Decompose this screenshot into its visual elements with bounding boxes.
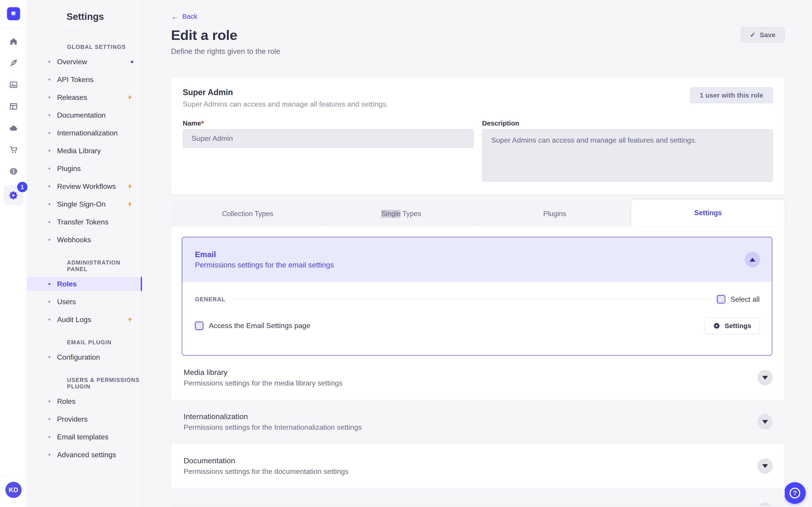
email-permissions-accordion: Email Permissions settings for the email…	[182, 237, 772, 355]
sidebar-item-overview[interactable]: Overview	[27, 55, 142, 69]
tab-single-types[interactable]: Single Types	[324, 202, 478, 226]
email-accordion-subtitle: Permissions settings for the email setti…	[195, 261, 334, 269]
role-title: Super Admin	[183, 87, 388, 98]
chevron-up-icon	[750, 258, 755, 262]
sidebar-item-advanced-settings[interactable]: Advanced settings	[27, 448, 142, 462]
expand-button[interactable]	[757, 503, 773, 505]
sidebar-item-media-library[interactable]: Media Library	[27, 144, 142, 158]
internationalization-permissions-row[interactable]: Internationalization Permissions setting…	[171, 400, 785, 444]
select-all-checkbox[interactable]: ✓	[717, 295, 725, 303]
tab-plugins[interactable]: Plugins	[478, 202, 631, 226]
bullet-icon	[49, 221, 50, 223]
plugins-marketplace-permissions-row[interactable]: Plugins and marketplace	[171, 488, 785, 505]
help-button[interactable]: ?	[784, 482, 806, 504]
sidebar-item-documentation[interactable]: Documentation	[27, 108, 142, 122]
email-accordion-body: GENERAL ✓ Select all ✓ Access the Email …	[182, 282, 772, 355]
bullet-icon	[49, 203, 50, 205]
sidebar-item-webhooks[interactable]: Webhooks	[27, 233, 142, 247]
expand-button[interactable]	[757, 370, 773, 385]
content-manager-feather-icon[interactable]	[8, 58, 19, 68]
bullet-icon	[49, 168, 50, 169]
bullet-icon	[49, 79, 50, 80]
expand-button[interactable]	[757, 414, 773, 430]
marketplace-cart-icon[interactable]	[8, 145, 19, 155]
sidebar-item-email-templates[interactable]: Email templates	[27, 430, 142, 444]
description-textarea[interactable]: Super Admins can access and manage all f…	[482, 129, 773, 182]
strapi-logo[interactable]	[7, 7, 20, 20]
icon-rail: 1 KD	[0, 0, 27, 507]
sidebar-item-configuration[interactable]: Configuration	[27, 350, 142, 364]
name-field-label: Name*	[183, 119, 474, 127]
sidebar-item-api-tokens[interactable]: API Tokens	[27, 72, 142, 87]
chevron-down-icon	[762, 376, 768, 380]
users-with-role-button[interactable]: 1 user with this role	[690, 87, 773, 103]
sidebar-item-single-sign-on[interactable]: Single Sign-On	[27, 197, 142, 211]
sidebar-title-rule	[67, 31, 78, 31]
expand-button[interactable]	[757, 458, 773, 474]
bullet-icon	[49, 97, 50, 98]
tab-settings[interactable]: Settings	[631, 200, 785, 226]
select-all-label: Select all	[730, 295, 760, 303]
section-label-email-plugin: EMAIL PLUGIN	[67, 339, 142, 346]
access-email-settings-label: Access the Email Settings page	[209, 322, 310, 330]
required-asterisk: *	[201, 119, 204, 127]
name-input[interactable]: Super Admin	[183, 129, 474, 148]
sidebar-item-audit-logs[interactable]: Audit Logs	[27, 313, 142, 327]
section-label-global-settings: GLOBAL SETTINGS	[67, 44, 142, 50]
sidebar-item-users[interactable]: Users	[27, 295, 142, 309]
home-icon[interactable]	[8, 36, 19, 47]
bullet-icon	[49, 436, 50, 438]
strapi-admin-app: 1 KD Settings GLOBAL SETTINGS Overview A…	[0, 0, 812, 507]
sidebar-item-transfer-tokens[interactable]: Transfer Tokens	[27, 215, 142, 229]
bullet-icon	[49, 239, 50, 241]
chevron-down-icon	[762, 464, 768, 468]
cloud-icon[interactable]	[8, 123, 19, 133]
bullet-icon	[49, 356, 50, 358]
back-label: Back	[182, 13, 197, 20]
collapse-button[interactable]	[745, 252, 760, 267]
email-settings-button[interactable]: Settings	[705, 318, 760, 334]
content-type-builder-icon[interactable]	[8, 101, 19, 112]
general-section-label: GENERAL	[195, 296, 225, 303]
section-divider-line	[234, 299, 711, 299]
bullet-icon	[49, 61, 50, 63]
settings-notification-badge: 1	[17, 182, 28, 192]
section-label-users-permissions-plugin: USERS & PERMISSIONS PLUGIN	[67, 377, 142, 390]
sidebar-item-roles-admin[interactable]: Roles	[27, 277, 142, 291]
section-label-administration-panel: ADMINISTRATION PANEL	[67, 259, 142, 272]
bullet-icon	[49, 283, 50, 285]
media-library-permissions-row[interactable]: Media library Permissions settings for t…	[171, 355, 785, 400]
back-arrow-icon: ←	[171, 13, 179, 20]
sidebar-item-internationalization[interactable]: Internationalization	[27, 126, 142, 140]
bullet-icon	[49, 301, 50, 302]
back-link[interactable]: ← Back	[171, 13, 197, 20]
info-icon[interactable]	[8, 166, 19, 176]
page-title: Edit a role	[171, 27, 280, 43]
settings-gear-icon[interactable]: 1	[4, 185, 23, 205]
permissions-tabbar: Collection Types Single Types Plugins Se…	[171, 202, 785, 226]
notification-dot	[131, 61, 133, 63]
documentation-permissions-row[interactable]: Documentation Permissions settings for t…	[171, 444, 785, 488]
user-avatar[interactable]: KD	[5, 482, 22, 498]
chevron-down-icon	[762, 420, 768, 424]
check-icon: ✓	[750, 31, 756, 39]
question-mark-icon: ?	[790, 488, 800, 498]
bullet-icon	[49, 319, 50, 321]
lightning-bolt-icon	[126, 316, 133, 323]
role-description-text: Super Admins can access and manage all f…	[183, 100, 388, 108]
sidebar-item-providers[interactable]: Providers	[27, 412, 142, 426]
save-button[interactable]: ✓ Save	[741, 27, 785, 43]
sidebar-item-review-workflows[interactable]: Review Workflows	[27, 179, 142, 193]
media-library-icon[interactable]	[8, 79, 19, 90]
access-email-settings-checkbox[interactable]: ✓	[195, 322, 203, 330]
sidebar-item-plugins[interactable]: Plugins	[27, 162, 142, 175]
email-accordion-header[interactable]: Email Permissions settings for the email…	[182, 237, 772, 282]
tab-collection-types[interactable]: Collection Types	[171, 202, 324, 226]
bullet-icon	[49, 400, 50, 402]
bullet-icon	[49, 454, 50, 456]
bullet-icon	[49, 132, 50, 134]
lightning-bolt-icon	[126, 94, 133, 101]
email-accordion-title: Email	[195, 250, 334, 259]
sidebar-item-roles-up[interactable]: Roles	[27, 394, 142, 408]
sidebar-item-releases[interactable]: Releases	[27, 90, 142, 104]
